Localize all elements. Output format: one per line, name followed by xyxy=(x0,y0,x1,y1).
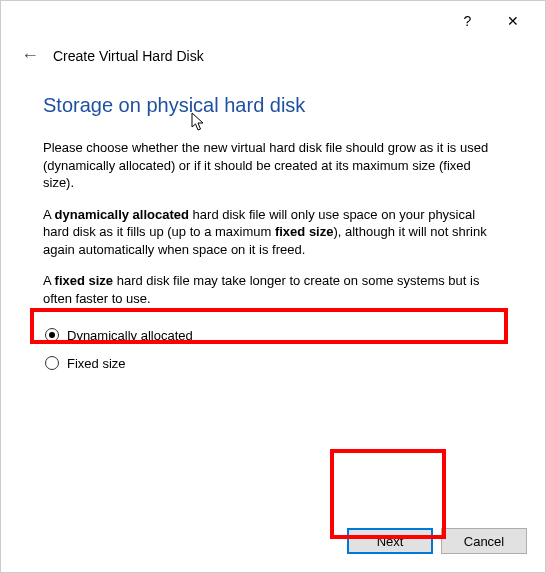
content-area: Storage on physical hard disk Please cho… xyxy=(1,76,545,377)
para3-b: fixed size xyxy=(55,273,114,288)
radio-fixed-label: Fixed size xyxy=(67,356,126,371)
description-para-3: A fixed size hard disk file may take lon… xyxy=(43,272,503,307)
para3-a: A xyxy=(43,273,55,288)
radio-circle-icon xyxy=(45,356,59,370)
header-row: ← Create Virtual Hard Disk xyxy=(1,41,545,76)
dialog-window: ? ✕ ← Create Virtual Hard Disk Storage o… xyxy=(0,0,546,573)
para2-a: A xyxy=(43,207,55,222)
description-para-1: Please choose whether the new virtual ha… xyxy=(43,139,503,192)
annotation-highlight-next xyxy=(330,449,446,539)
help-button[interactable]: ? xyxy=(445,6,490,36)
dialog-footer: Next Cancel xyxy=(347,528,527,554)
next-button[interactable]: Next xyxy=(347,528,433,554)
page-heading: Storage on physical hard disk xyxy=(43,94,503,117)
radio-fixed[interactable]: Fixed size xyxy=(43,349,503,377)
radio-dynamic[interactable]: Dynamically allocated xyxy=(43,321,503,349)
description-para-2: A dynamically allocated hard disk file w… xyxy=(43,206,503,259)
radio-dot-icon xyxy=(49,332,55,338)
close-button[interactable]: ✕ xyxy=(490,6,535,36)
heading-text: Storage on physical hard disk xyxy=(43,94,305,116)
titlebar: ? ✕ xyxy=(1,1,545,41)
storage-type-radio-group: Dynamically allocated Fixed size xyxy=(43,321,503,377)
para2-d: fixed size xyxy=(275,224,334,239)
para2-b: dynamically allocated xyxy=(55,207,189,222)
radio-dynamic-label: Dynamically allocated xyxy=(67,328,193,343)
cancel-button[interactable]: Cancel xyxy=(441,528,527,554)
back-arrow-icon[interactable]: ← xyxy=(21,45,39,66)
para1-text: Please choose whether the new virtual ha… xyxy=(43,140,488,190)
radio-circle-icon xyxy=(45,328,59,342)
dialog-title: Create Virtual Hard Disk xyxy=(53,48,204,64)
